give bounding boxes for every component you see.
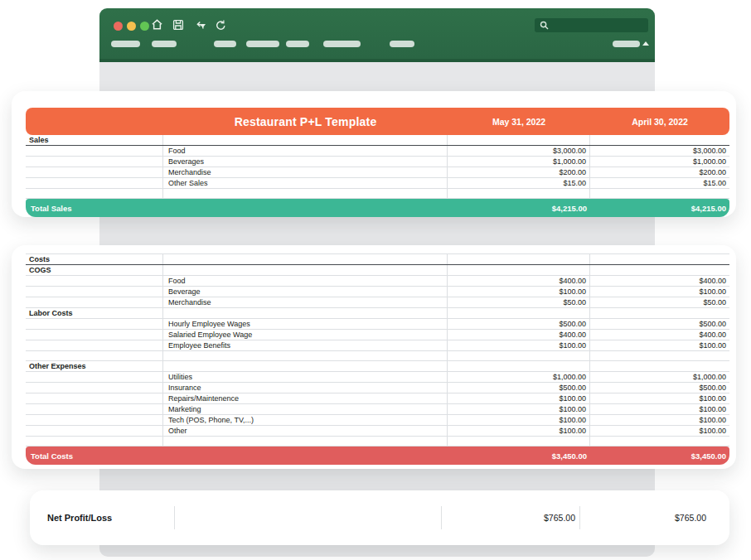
april-value-cell[interactable]: $400.00 [590,330,729,340]
may-value-cell[interactable]: $1,000.00 [448,157,590,167]
collapse-ribbon-icon[interactable] [642,41,649,46]
may-value-cell[interactable]: $100.00 [448,287,590,297]
menu-item-placeholder[interactable] [390,41,414,47]
may-value-cell[interactable] [448,254,590,264]
undo-icon[interactable] [193,19,206,31]
label-cell[interactable]: Repairs/Maintenence [163,393,448,403]
may-value-cell[interactable]: $100.00 [448,415,590,425]
may-value-cell[interactable]: $100.00 [448,340,590,350]
total-sales-may[interactable]: $4,215.00 [448,204,590,213]
section-cell[interactable]: Sales [26,135,163,145]
label-cell[interactable]: Other Sales [163,178,448,188]
net-profit-empty-cell[interactable] [175,490,442,545]
label-cell[interactable] [163,351,448,360]
section-cell[interactable] [26,415,163,425]
home-icon[interactable] [151,18,163,31]
section-cell[interactable] [26,189,163,198]
section-cell[interactable] [26,178,163,188]
april-value-cell[interactable]: $100.00 [590,426,729,436]
section-cell[interactable] [26,340,163,350]
menu-item-placeholder[interactable] [214,41,236,47]
april-value-cell[interactable]: $500.00 [590,383,729,393]
search-box[interactable] [535,18,648,32]
total-sales-april[interactable]: $4,215.00 [590,204,729,213]
section-cell[interactable] [26,393,163,403]
section-cell[interactable] [26,167,163,177]
label-cell[interactable]: Insurance [163,383,448,393]
label-cell[interactable]: Other [163,426,448,436]
undo-dropdown-caret[interactable] [201,24,206,27]
section-cell[interactable]: Costs [26,254,163,264]
april-value-cell[interactable]: $3,000.00 [590,146,729,156]
section-cell[interactable] [26,146,163,156]
total-costs-may[interactable]: $3,450.00 [448,451,590,461]
label-cell[interactable]: Beverage [163,287,448,297]
april-value-cell[interactable]: $100.00 [590,287,729,297]
may-value-cell[interactable] [448,351,590,360]
may-value-cell[interactable] [448,437,590,446]
save-icon[interactable] [172,19,184,31]
may-value-cell[interactable] [448,189,590,198]
april-value-cell[interactable] [590,308,729,318]
april-value-cell[interactable]: $500.00 [590,319,729,329]
close-button[interactable] [114,22,123,31]
menu-item-placeholder[interactable] [286,41,309,47]
april-value-cell[interactable]: $100.00 [590,404,729,414]
april-value-cell[interactable] [590,351,729,360]
share-placeholder[interactable] [613,41,640,47]
label-cell[interactable]: Beverages [163,157,448,167]
may-value-cell[interactable]: $400.00 [448,276,590,286]
section-cell[interactable] [26,437,163,446]
label-cell[interactable]: Marketing [163,404,448,414]
label-cell[interactable] [163,265,448,275]
section-cell[interactable] [26,276,163,286]
section-cell[interactable] [26,426,163,436]
april-value-cell[interactable]: $200.00 [590,167,729,177]
may-value-cell[interactable]: $200.00 [448,167,590,177]
may-value-cell[interactable] [448,308,590,318]
section-cell[interactable]: Labor Costs [26,308,163,318]
april-value-cell[interactable]: $15.00 [590,178,729,188]
may-value-cell[interactable] [448,361,590,371]
april-value-cell[interactable] [590,254,729,264]
label-cell[interactable] [163,437,448,446]
minimize-button[interactable] [127,22,136,31]
may-value-cell[interactable] [448,265,590,275]
total-costs-april[interactable]: $3,450.00 [590,451,729,461]
section-cell[interactable] [26,287,163,297]
label-cell[interactable] [163,361,448,371]
april-value-cell[interactable]: $100.00 [590,393,729,403]
april-value-cell[interactable] [590,265,729,275]
may-value-cell[interactable]: $500.00 [448,383,590,393]
may-value-cell[interactable] [448,135,590,145]
label-cell[interactable]: Utilities [163,372,448,382]
april-value-cell[interactable] [590,135,729,145]
label-cell[interactable] [163,308,448,318]
april-value-cell[interactable]: $1,000.00 [590,157,729,167]
net-profit-label[interactable]: Net Profit/Loss [30,490,175,545]
april-value-cell[interactable]: $100.00 [590,340,729,350]
search-input[interactable] [549,19,635,31]
section-cell[interactable] [26,319,163,329]
april-value-cell[interactable]: $1,000.00 [590,372,729,382]
section-cell[interactable]: COGS [26,265,163,275]
label-cell[interactable]: Food [163,146,448,156]
label-cell[interactable]: Tech (POS, Phone, TV,...) [163,415,448,425]
section-cell[interactable] [26,383,163,393]
section-cell[interactable] [26,372,163,382]
may-value-cell[interactable]: $400.00 [448,330,590,340]
may-value-cell[interactable]: $3,000.00 [448,146,590,156]
label-cell[interactable] [163,254,448,264]
april-value-cell[interactable] [590,189,729,198]
section-cell[interactable] [26,330,163,340]
may-value-cell[interactable]: $50.00 [448,297,590,307]
label-cell[interactable]: Hourly Employee Wages [163,319,448,329]
label-cell[interactable]: Food [163,276,448,286]
zoom-button[interactable] [140,22,149,31]
april-value-cell[interactable]: $50.00 [590,297,729,307]
total-costs-label[interactable]: Total Costs [26,451,163,461]
may-value-cell[interactable]: $100.00 [448,426,590,436]
menu-item-placeholder[interactable] [152,41,177,47]
section-cell[interactable] [26,157,163,167]
section-cell[interactable] [26,351,163,360]
